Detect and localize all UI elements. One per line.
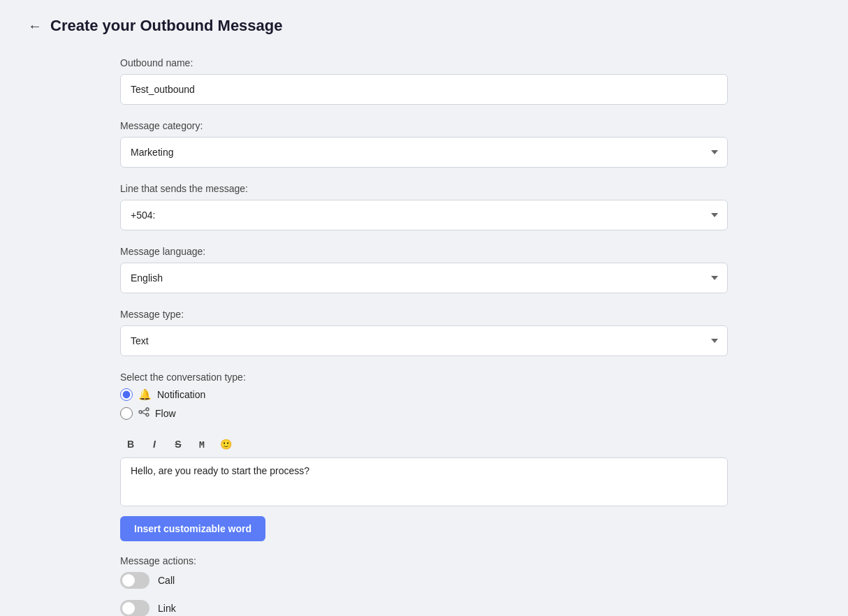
message-type-label: Message type: xyxy=(120,309,728,320)
line-sends-group: Line that sends the message: +504: xyxy=(120,183,728,230)
call-slider xyxy=(120,572,149,589)
radio-flow-input[interactable] xyxy=(120,407,133,420)
text-editor-toolbar: B I S M 🙂 xyxy=(120,434,728,455)
svg-line-4 xyxy=(142,413,146,415)
page-title: Create your Outbound Message xyxy=(50,17,283,35)
link-slider xyxy=(120,600,149,616)
message-actions-section: Message actions: Call Link xyxy=(120,555,728,616)
message-language-wrapper: English Spanish French Portuguese xyxy=(120,263,728,293)
italic-button[interactable]: I xyxy=(144,434,165,455)
message-category-group: Message category: Marketing Transactiona… xyxy=(120,120,728,168)
radio-notification-input[interactable] xyxy=(120,388,133,401)
message-type-select[interactable]: Text Image Video Document xyxy=(120,325,728,356)
svg-point-0 xyxy=(139,411,142,413)
line-sends-select[interactable]: +504: xyxy=(120,200,728,230)
bold-button[interactable]: B xyxy=(120,434,141,455)
page-container: ← Create your Outbound Message Outbound … xyxy=(0,0,848,616)
message-category-wrapper: Marketing Transactional Authentication xyxy=(120,137,728,168)
svg-point-2 xyxy=(146,413,149,416)
page-header: ← Create your Outbound Message xyxy=(28,17,820,35)
emoji-button[interactable]: 🙂 xyxy=(215,434,236,455)
call-label: Call xyxy=(158,575,175,586)
message-type-wrapper: Text Image Video Document xyxy=(120,325,728,356)
outbound-name-label: Outbound name: xyxy=(120,57,728,68)
radio-flow[interactable]: Flow xyxy=(120,406,728,420)
message-language-select[interactable]: English Spanish French Portuguese xyxy=(120,263,728,293)
notification-label: Notification xyxy=(157,389,205,400)
svg-point-1 xyxy=(146,408,149,411)
message-textarea[interactable]: Hello, are you ready to start the proces… xyxy=(120,457,728,506)
radio-notification[interactable]: 🔔 Notification xyxy=(120,388,728,401)
conversation-type-label: Select the conversation type: xyxy=(120,372,728,383)
link-label: Link xyxy=(158,603,176,614)
message-language-label: Message language: xyxy=(120,246,728,257)
call-toggle[interactable] xyxy=(120,572,149,589)
line-sends-wrapper: +504: xyxy=(120,200,728,230)
outbound-name-group: Outbound name: xyxy=(120,57,728,105)
form-container: Outbound name: Message category: Marketi… xyxy=(120,57,728,616)
bell-icon: 🔔 xyxy=(138,388,152,401)
insert-customizable-word-button[interactable]: Insert customizable word xyxy=(120,516,265,541)
message-category-select[interactable]: Marketing Transactional Authentication xyxy=(120,137,728,168)
conversation-type-section: Select the conversation type: 🔔 Notifica… xyxy=(120,372,728,420)
flow-label: Flow xyxy=(155,408,176,419)
line-sends-label: Line that sends the message: xyxy=(120,183,728,194)
message-category-label: Message category: xyxy=(120,120,728,131)
strikethrough-button[interactable]: S xyxy=(168,434,189,455)
link-toggle[interactable] xyxy=(120,600,149,616)
flow-icon xyxy=(138,406,149,420)
message-type-group: Message type: Text Image Video Document xyxy=(120,309,728,356)
radio-group: 🔔 Notification Flow xyxy=(120,388,728,420)
outbound-name-input[interactable] xyxy=(120,74,728,105)
link-toggle-row: Link xyxy=(120,600,728,616)
back-button[interactable]: ← xyxy=(28,18,42,34)
message-language-group: Message language: English Spanish French… xyxy=(120,246,728,293)
insert-btn-container: Insert customizable word xyxy=(120,509,728,541)
mono-button[interactable]: M xyxy=(191,434,212,455)
message-actions-label: Message actions: xyxy=(120,555,728,566)
svg-line-3 xyxy=(142,410,146,412)
call-toggle-row: Call xyxy=(120,572,728,589)
